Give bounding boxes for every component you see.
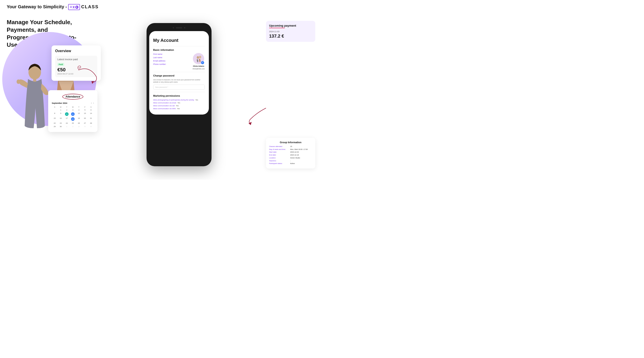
group-row-location: Location: Green Studio [269,157,312,159]
my-account-title: My Account [153,38,205,43]
group-row-end: End date: 2024-12-18 [269,154,312,156]
calendar-header-row: S M T W T F S [52,106,94,108]
field-phone: Phone number: [153,63,192,65]
marketing-row-3: Allow communication via call: Yes [153,105,205,107]
field-firstname: First name: [153,53,192,55]
center-section: My Account Basic information First name:… [92,18,266,175]
group-row-status: Participant status: Active [269,163,312,165]
calendar-week-2: 8 9 10 11 12 13 14 [52,112,94,116]
calendar-grid: S M T W T F S 1 2 3 4 5 6 [52,106,94,128]
basic-info-label: Basic information [153,48,205,51]
group-row-start: Start date: 2023-12-04 [269,151,312,153]
divider-3 [153,92,205,92]
overview-title: Overview [55,49,97,53]
payment-amount: 137.2 € [269,33,312,39]
attendance-title: Attendance [62,94,83,100]
svg-point-6 [197,56,199,59]
divider-2 [153,72,205,72]
payment-date: 2024-11-03 [269,30,312,33]
group-row-schedule: Day of week and time: Mon, Wed 16:00 -17… [269,148,312,151]
marketing-row-4: Allow communication via SMS: Yes [153,108,205,110]
logo-class: CLASS [81,4,98,9]
svg-point-1 [16,79,20,84]
payment-underline [269,28,285,28]
logo-brand: ≡ x ▶ [68,4,81,9]
group-row-teachers: Teachers: - [269,160,312,162]
calendar-week-3: 15 16 17 18 19 20 21 [52,117,94,121]
avatar-edit-btn[interactable]: ✎ [201,61,204,64]
info-fields: First name: Last name: Email address: Ph… [153,53,192,66]
password-hint: Use at least 8 characters. Do not reuse … [153,79,205,83]
group-row-classes: Classes attended: 15 [269,146,312,148]
password-label: Change password [153,74,205,77]
password-input[interactable]: New password * [153,85,205,90]
phone-mockup: My Account Basic information First name:… [146,23,212,166]
svg-rect-2 [33,79,36,82]
invoice-label: Latest invoice paid [57,58,95,61]
paid-badge: Paid [57,63,64,66]
left-section: Manage Your Schedule, Payments, and Prog… [7,18,92,175]
divider-1 [153,46,205,46]
avatar-container: ✎ [193,53,204,64]
right-section: Upcoming payment 2024-11-03 137.2 € Grou… [266,18,315,175]
info-row: First name: Last name: Email address: Ph… [153,53,205,70]
field-lastname: Last name: [153,56,192,59]
calendar-week-4: 22 23 24 25 26 27 28 [52,122,94,125]
header: Your Gateway to Simplicity - ≡ x ▶ CLASS [0,0,322,14]
group-title: Group Information [269,141,312,144]
user-name: Olivia Adams [193,65,204,67]
user-email: Olivia@hello.com [192,68,205,70]
calendar-week-1: 1 2 3 4 5 6 [52,109,94,111]
group-card: Group Information Classes attended: 15 D… [266,138,315,169]
payment-card: Upcoming payment 2024-11-03 137.2 € [266,21,315,42]
field-email: Email address: [153,60,192,62]
calendar-week-5: 29 30 1 2 3 4 5 [52,125,94,128]
arrow-group [244,104,275,126]
svg-point-7 [199,56,201,58]
marketing-row-2: Allow communication via email: Yes [153,102,205,104]
phone-screen: My Account Basic information First name:… [149,31,209,115]
marketing-section: Marketing permissions Allow photographin… [153,94,205,110]
logo-prefix: Your Gateway to Simplicity - [7,4,68,9]
calendar-month: September 2024 [52,102,67,104]
password-section: Change password Use at least 8 character… [153,74,205,90]
payment-title: Upcoming payment [269,24,312,27]
marketing-label: Marketing permissions [153,94,205,97]
avatar-area: ✎ Olivia Adams Olivia@hello.com [192,53,205,70]
marketing-row-1: Allow photographing of participant(s) du… [153,99,205,101]
logo: Your Gateway to Simplicity - ≡ x ▶ CLASS [7,4,98,10]
attendance-card: Attendance September 2024 ‹ › S M T W T … [48,90,98,132]
main-container: Manage Your Schedule, Payments, and Prog… [0,14,322,180]
